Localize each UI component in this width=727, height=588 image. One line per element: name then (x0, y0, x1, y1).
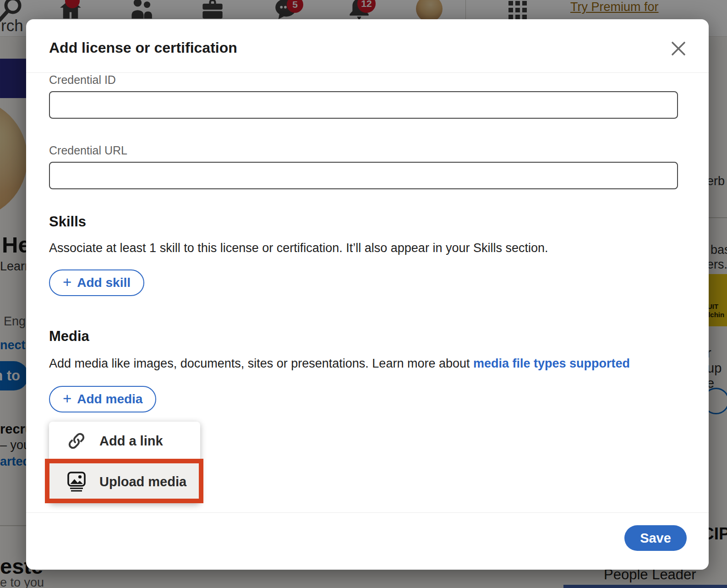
media-description: Add media like images, documents, sites … (49, 357, 630, 371)
skills-description: Associate at least 1 skill to this licen… (49, 241, 548, 255)
add-media-label: Add media (77, 392, 142, 407)
save-button[interactable]: Save (624, 525, 687, 551)
modal-title: Add license or certification (49, 39, 237, 56)
menu-item-add-a-link[interactable]: Add a link (49, 422, 200, 460)
plus-icon: + (63, 390, 71, 407)
credential-url-label: Credential URL (49, 144, 127, 157)
menu-item-upload-media[interactable]: Upload media (49, 460, 200, 503)
menu-item-label: Upload media (99, 474, 186, 489)
header-divider (26, 72, 709, 73)
skills-heading: Skills (49, 214, 86, 230)
plus-icon: + (63, 274, 71, 291)
add-skill-label: Add skill (77, 275, 131, 290)
add-skill-button[interactable]: + Add skill (49, 269, 144, 296)
media-description-text: Add media like images, documents, sites … (49, 357, 473, 370)
credential-url-input[interactable] (49, 162, 678, 189)
media-file-types-link[interactable]: media file types supported (473, 357, 630, 370)
close-button[interactable] (667, 37, 690, 60)
menu-item-label: Add a link (99, 434, 163, 449)
close-icon (670, 40, 687, 57)
credential-id-input[interactable] (49, 91, 678, 119)
screen: rch 5 12 (0, 0, 727, 588)
media-heading: Media (49, 328, 89, 345)
footer-divider (26, 512, 709, 513)
add-media-dropdown-menu: Add a link Upload media (49, 422, 200, 503)
credential-id-label: Credential ID (49, 73, 116, 87)
add-license-modal: Add license or certification Credential … (26, 19, 709, 570)
link-icon (66, 431, 87, 451)
upload-media-icon (66, 472, 87, 492)
add-media-button[interactable]: + Add media (49, 386, 156, 412)
